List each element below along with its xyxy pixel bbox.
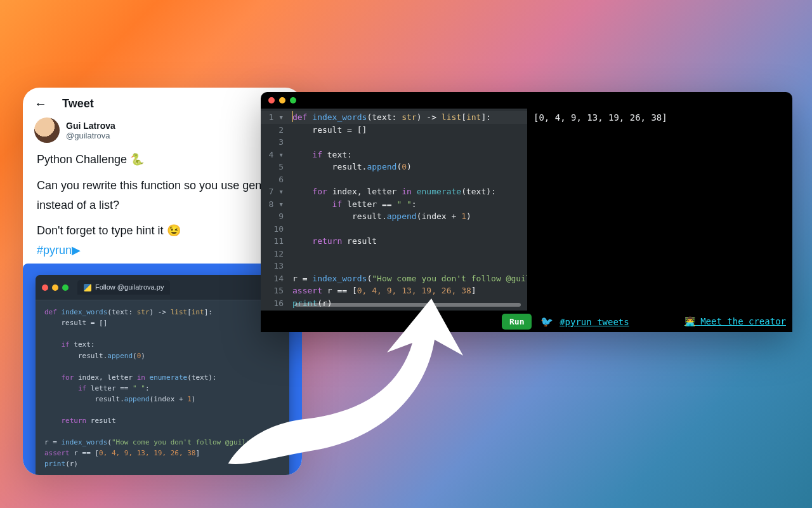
line-number: 15 (261, 284, 284, 297)
embed-tab[interactable]: Follow @guilatrova.py (77, 280, 170, 295)
tweet-body: Python Challenge 🐍 Can you rewrite this … (23, 149, 302, 475)
run-button[interactable]: Run (502, 314, 532, 330)
editor-footer: Run 🐦 #pyrun tweets 👨‍💻 Meet the creator (261, 311, 792, 332)
line-number: 5 (261, 161, 284, 173)
line-number: 11 (261, 235, 284, 248)
caret-icon (292, 111, 293, 122)
avatar (34, 117, 60, 143)
traffic-light-yellow-icon[interactable] (279, 97, 285, 104)
line-number: 9 (261, 210, 284, 223)
output-text: [0, 4, 9, 13, 19, 26, 38] (534, 112, 667, 123)
traffic-light-green-icon[interactable] (290, 97, 296, 104)
creator-icon: 👨‍💻 (684, 316, 700, 326)
embed-code: def index_words(text: str) -> list[int]:… (36, 300, 289, 472)
embed-window-chrome: Follow @guilatrova.py (36, 275, 289, 300)
tweet-line-1: Python Challenge 🐍 (37, 152, 288, 168)
tweet-header: ← Tweet (23, 88, 302, 116)
traffic-light-green-icon (62, 284, 69, 291)
code-area[interactable]: def index_words(text: str) -> list[int]:… (289, 109, 527, 311)
line-number: 2 (261, 124, 284, 137)
footer-right-link[interactable]: 👨‍💻 Meet the creator (684, 316, 786, 326)
hashtag-link[interactable]: #pyrun (37, 244, 72, 257)
line-number: 10 (261, 223, 284, 236)
line-number: 16 (261, 297, 284, 310)
line-number: 12 (261, 248, 284, 260)
footer-left-link[interactable]: 🐦 #pyrun tweets (540, 316, 629, 328)
line-number: 4 ▾ (261, 149, 284, 161)
line-number: 3 (261, 136, 284, 149)
pyrun-tweets-link[interactable]: #pyrun tweets (560, 317, 629, 327)
horizontal-scrollbar[interactable] (295, 303, 521, 307)
code-editor[interactable]: 1 ▾ 2 3 4 ▾ 5 6 7 ▾ 8 ▾ 9 10 11 12 13 14… (261, 109, 527, 311)
back-arrow-icon[interactable]: ← (34, 97, 47, 111)
traffic-light-red-icon (42, 284, 48, 291)
line-gutter: 1 ▾ 2 3 4 ▾ 5 6 7 ▾ 8 ▾ 9 10 11 12 13 14… (261, 109, 289, 311)
code-window: 1 ▾ 2 3 4 ▾ 5 6 7 ▾ 8 ▾ 9 10 11 12 13 14… (261, 92, 792, 332)
tweet-line-2: Can you rewrite this function so you use… (37, 178, 288, 194)
line-number: 13 (261, 260, 284, 272)
bird-icon: 🐦 (540, 316, 560, 328)
tweet-line-4: Don't forget to type hint it 😉 (37, 223, 288, 239)
tweet-hashtag-line[interactable]: #pyrun▶ (37, 243, 288, 258)
play-icon: ▶ (72, 244, 81, 257)
meet-creator-link[interactable]: Meet the creator (700, 316, 786, 326)
line-number: 7 ▾ (261, 185, 284, 198)
output-panel: [0, 4, 9, 13, 19, 26, 38] (527, 109, 792, 311)
tweet-embed-card: Follow @guilatrova.py def index_words(te… (23, 264, 302, 475)
tweet-line-3: instead of a list? (37, 197, 288, 213)
user-handle: @guilatrova (66, 131, 115, 140)
window-chrome (261, 92, 792, 109)
line-number: 6 (261, 173, 284, 186)
user-name: Gui Latrova (66, 121, 115, 131)
embed-terminal: Follow @guilatrova.py def index_words(te… (36, 275, 289, 475)
user-meta: Gui Latrova @guilatrova (66, 121, 115, 140)
tweet-card: ← Tweet Gui Latrova @guilatrova Python C… (23, 88, 302, 475)
embed-tab-label: Follow @guilatrova.py (95, 283, 164, 292)
traffic-light-red-icon[interactable] (268, 97, 275, 104)
line-number: 14 (261, 272, 284, 285)
tweet-title: Tweet (62, 97, 94, 110)
python-logo-icon (84, 284, 91, 291)
tweet-user-row[interactable]: Gui Latrova @guilatrova (23, 116, 302, 149)
editor-split: 1 ▾ 2 3 4 ▾ 5 6 7 ▾ 8 ▾ 9 10 11 12 13 14… (261, 109, 792, 311)
background: ← Tweet Gui Latrova @guilatrova Python C… (0, 0, 812, 508)
traffic-light-yellow-icon (52, 284, 58, 291)
line-number: 8 ▾ (261, 198, 284, 211)
